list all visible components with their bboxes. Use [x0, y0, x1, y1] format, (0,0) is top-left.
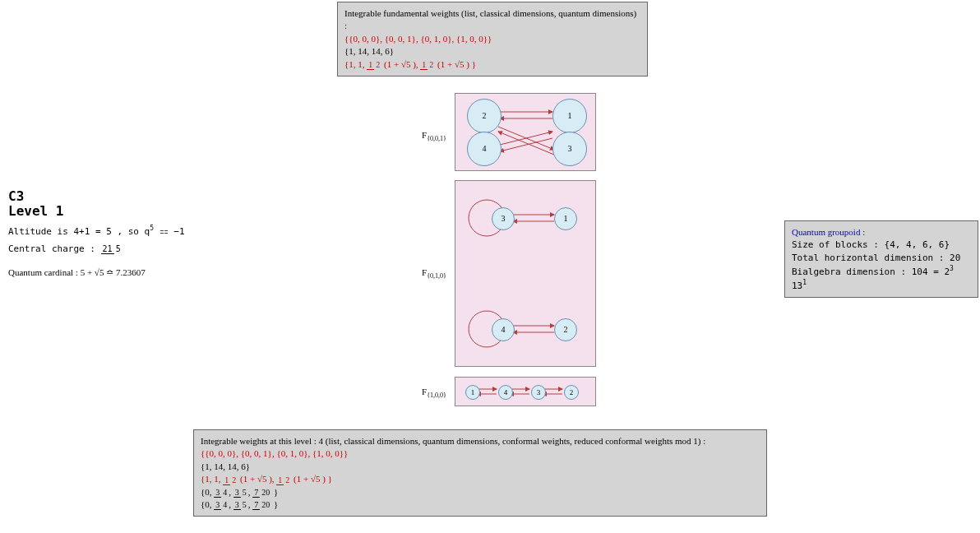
graph-2-node-1: 3	[492, 207, 515, 230]
graph-1-panel: 2 1 4 3	[455, 93, 596, 171]
graph-3-node-4: 2	[564, 385, 579, 400]
graph-2-node-4: 2	[554, 318, 577, 341]
bottom-info-box: Integrable weights at this level : 4 (li…	[193, 429, 767, 517]
qg-title: Quantum groupoid :	[792, 226, 971, 239]
bottom-conformal-2: {0, 34, 35, 720 }	[201, 498, 760, 511]
graph-3-node-2: 4	[498, 385, 513, 400]
graph-3-node-3: 3	[531, 385, 546, 400]
title-block: C3 Level 1 Altitude is 4+1 = 5 , so q5 ⩵…	[8, 189, 185, 278]
bottom-weights: {{0, 0, 0}, {0, 0, 1}, {0, 1, 0}, {1, 0,…	[201, 447, 760, 460]
graph-1-node-tr: 1	[552, 99, 587, 133]
top-box-title: Integrable fundamental weights (list, cl…	[344, 7, 640, 33]
top-box-classical: {1, 14, 14, 6}	[344, 45, 640, 58]
bottom-quantum: {1, 1, 12 (1 + √5 ), 12 (1 + √5 ) }	[201, 473, 760, 485]
qg-line-3: Bialgebra dimension : 104 = 23 131	[792, 264, 971, 292]
graph-3-label: F{1,0,0}	[422, 387, 446, 399]
graph-3-panel: 1 4 3 2	[455, 377, 596, 406]
quantum-cardinal-row: Quantum cardinal : 5 + √5 ≏ 7.23607	[8, 267, 185, 278]
quantum-groupoid-box: Quantum groupoid : Size of blocks : {4, …	[784, 220, 978, 298]
graph-1-node-tl: 2	[467, 99, 502, 133]
svg-line-4	[498, 127, 554, 150]
graph-1-label: F{0,0,1}	[422, 130, 446, 142]
qg-line-2: Total horizontal dimension : 20	[792, 252, 971, 264]
graph-3-node-1: 1	[465, 385, 480, 400]
altitude-row: Altitude is 4+1 = 5 , so q5 ⩵ −1	[8, 225, 185, 237]
graph-2-panel: 3 1 4 2	[455, 180, 596, 367]
central-charge-row: Central charge : 215	[8, 243, 185, 254]
graph-2-label: F{0,1,0}	[422, 267, 446, 280]
bottom-conformal-1: {0, 34, 35, 720 }	[201, 486, 760, 498]
algebra-name: C3	[8, 189, 185, 204]
graph-1-node-bl: 4	[467, 132, 502, 166]
top-box-quantum: {1, 1, 12 (1 + √5 ), 12 (1 + √5 ) }	[344, 58, 640, 71]
top-info-box: Integrable fundamental weights (list, cl…	[337, 2, 648, 76]
graph-2-node-2: 1	[554, 207, 577, 230]
svg-line-3	[500, 138, 552, 151]
graph-1-node-br: 3	[552, 132, 587, 166]
top-box-weights: {{0, 0, 0}, {0, 0, 1}, {0, 1, 0}, {1, 0,…	[344, 33, 640, 45]
qg-line-1: Size of blocks : {4, 4, 6, 6}	[792, 239, 971, 251]
bottom-classical: {1, 14, 14, 6}	[201, 461, 760, 473]
level-label: Level 1	[8, 204, 185, 219]
graph-2-node-3: 4	[492, 318, 515, 341]
bottom-title: Integrable weights at this level : 4 (li…	[201, 435, 760, 447]
